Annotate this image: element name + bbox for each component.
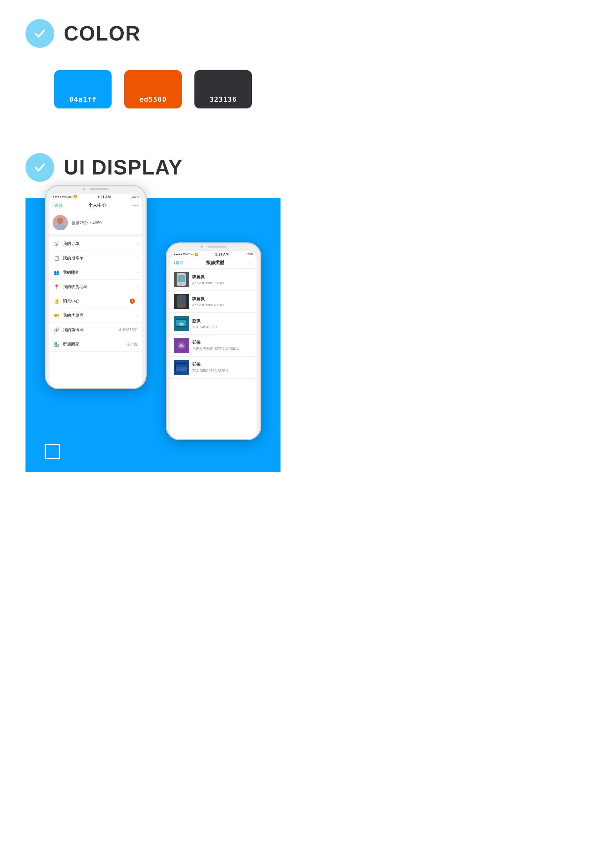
svg-text:LeTV: LeTV [179, 345, 184, 347]
user-avatar [53, 215, 68, 230]
battery-left: 100% [131, 195, 139, 198]
camera-dot-left [83, 188, 85, 191]
svg-rect-9 [178, 297, 185, 304]
swatch-dark-label: 323136 [209, 95, 236, 103]
repair-icon: 📋 [53, 255, 60, 261]
repair-title-1: 碎屏保 [192, 296, 224, 302]
orders-icon: 🛒 [53, 240, 60, 247]
address-icon: 📍 [53, 284, 60, 290]
ui-display-section: UI DISPLAY ●●●●● WeChat 📶 1:21 AM 100% ‹… [0, 140, 306, 472]
menu-item-invite[interactable]: 🔗 我的邀请码 416461631 [49, 323, 142, 337]
address-arrow: › [137, 285, 138, 289]
nav-dots-right: ··· [247, 260, 253, 266]
ui-display-title: UI DISPLAY [64, 156, 182, 179]
coupons-label: 我的优惠券 [63, 313, 83, 318]
svg-rect-23 [176, 364, 187, 367]
menu-item-coupons[interactable]: 🎫 我的优惠券 › [49, 308, 142, 323]
repair-info-1: 碎屏保 Apple iPhone 6 Plus [192, 296, 224, 307]
message-arrow: › [137, 299, 138, 303]
invite-label: 我的邀请码 [63, 327, 83, 333]
ui-display-blue-bg: ●●●●● WeChat 📶 1:21 AM 100% ‹ 返回 个人中心 ··… [26, 198, 280, 472]
repair-thumb-0 [174, 272, 189, 287]
repair-sub-1: Apple iPhone 6 Plus [192, 303, 224, 307]
color-section: COLOR 04a1ff ed5500 323136 [0, 0, 306, 140]
repair-sub-0: Apple iPhone 7 Plus [192, 281, 224, 285]
color-title: COLOR [64, 22, 141, 45]
white-square-icon [45, 444, 60, 459]
menu-list: 🛒 我的订单 › 📋 我的报修单 [49, 237, 142, 352]
repair-item-3[interactable]: LeTV 延保 乐视超级电视 43英寸高清液晶 [170, 335, 257, 356]
phone-left-deco [46, 186, 146, 191]
menu-item-orders[interactable]: 🛒 我的订单 › [49, 237, 142, 251]
signal-right: ●●●●● WeChat 📶 [174, 253, 198, 256]
groupbuy-icon: 👥 [53, 269, 60, 276]
invite-icon: 🔗 [53, 327, 60, 333]
svg-text:TCL: TCL [178, 323, 183, 326]
repair-title-2: 延保 [192, 318, 217, 324]
repair-title-4: 延保 [192, 362, 229, 367]
svg-point-1 [57, 217, 63, 224]
repair-title-0: 碎屏保 [192, 274, 224, 280]
repair-item-2[interactable]: TCL 延保 TCL D49A620U [170, 313, 257, 335]
swatch-orange: ed5500 [124, 70, 182, 108]
repair-info-3: 延保 乐视超级电视 43英寸高清液晶 [192, 340, 239, 351]
groupbuy-label: 我的团购 [63, 270, 79, 275]
repair-label: 我的报修单 [63, 255, 83, 261]
repair-info-2: 延保 TCL D49A620U [192, 318, 217, 329]
svg-text:TCL: TCL [178, 367, 183, 370]
repair-thumb-2: TCL [174, 316, 189, 331]
phone-right-deco [167, 243, 260, 248]
back-btn-left[interactable]: ‹ 返回 [53, 203, 62, 208]
status-bar-left: ●●●●● WeChat 📶 1:21 AM 100% [49, 194, 142, 200]
time-left: 1:21 AM [97, 195, 111, 199]
svg-point-6 [181, 283, 182, 285]
repair-item-0[interactable]: 碎屏保 Apple iPhone 7 Plus [170, 268, 257, 291]
message-label: 消息中心 [63, 298, 79, 304]
time-right: 1:21 AM [215, 252, 229, 256]
invite-value: 416461631 [119, 328, 138, 332]
profile-header: 当前积分：4650 [49, 211, 142, 237]
orders-label: 我的订单 [63, 241, 79, 246]
phone-left-screen: ●●●●● WeChat 📶 1:21 AM 100% ‹ 返回 个人中心 ··… [49, 194, 142, 389]
repair-thumb-4: TCL [174, 360, 189, 375]
repair-info-4: 延保 TCL D55A930C 55英寸 [192, 362, 229, 373]
groupbuy-arrow: › [137, 270, 138, 275]
repair-info-0: 碎屏保 Apple iPhone 7 Plus [192, 274, 224, 285]
coupons-icon: 🎫 [53, 312, 60, 319]
menu-item-address[interactable]: 📍 我的收货地址 › [49, 280, 142, 294]
color-header: COLOR [26, 19, 280, 48]
nav-bar-left: ‹ 返回 个人中心 ··· [49, 200, 142, 211]
message-icon: 🔔 [53, 298, 60, 304]
orders-arrow: › [137, 242, 138, 246]
repair-title-3: 延保 [192, 340, 239, 346]
battery-right: 100% [246, 253, 253, 256]
color-check-icon [26, 19, 54, 48]
merchant-icon: 🏪 [53, 341, 60, 347]
repair-item-4[interactable]: TCL 延保 TCL D55A930C 55英寸 [170, 356, 257, 379]
speaker-right [207, 246, 227, 248]
nav-dots-left: ··· [133, 203, 139, 208]
camera-dot-right [201, 245, 203, 248]
swatch-blue-label: 04a1ff [69, 95, 96, 103]
nav-title-right: 报修类型 [206, 260, 224, 266]
swatch-blue: 04a1ff [54, 70, 111, 108]
address-label: 我的收货地址 [63, 284, 88, 290]
phone-personal-center: ●●●●● WeChat 📶 1:21 AM 100% ‹ 返回 个人中心 ··… [45, 185, 147, 389]
merchant-value: 东方红 [127, 342, 138, 347]
profile-score: 当前积分：4650 [72, 220, 102, 225]
svg-point-10 [181, 305, 182, 307]
speaker-left [90, 188, 109, 190]
repair-sub-3: 乐视超级电视 43英寸高清液晶 [192, 346, 239, 351]
ui-header: UI DISPLAY [26, 153, 280, 182]
status-bar-right: ●●●●● WeChat 📶 1:21 AM 100% [170, 251, 257, 257]
menu-item-message[interactable]: 🔔 消息中心 1 › [49, 294, 142, 308]
nav-bar-right: ‹ 返回 报修类型 ··· [170, 257, 257, 268]
menu-item-repair[interactable]: 📋 我的报修单 › [49, 251, 142, 265]
back-btn-right[interactable]: ‹ 返回 [174, 260, 183, 266]
menu-item-groupbuy[interactable]: 👥 我的团购 › [49, 265, 142, 280]
color-swatches-container: 04a1ff ed5500 323136 [26, 64, 280, 128]
merchant-label: 所属商家 [63, 341, 79, 347]
menu-item-merchant[interactable]: 🏪 所属商家 东方红 [49, 337, 142, 352]
message-badge: 1 [130, 299, 135, 304]
repair-item-1[interactable]: 碎屏保 Apple iPhone 6 Plus [170, 291, 257, 313]
